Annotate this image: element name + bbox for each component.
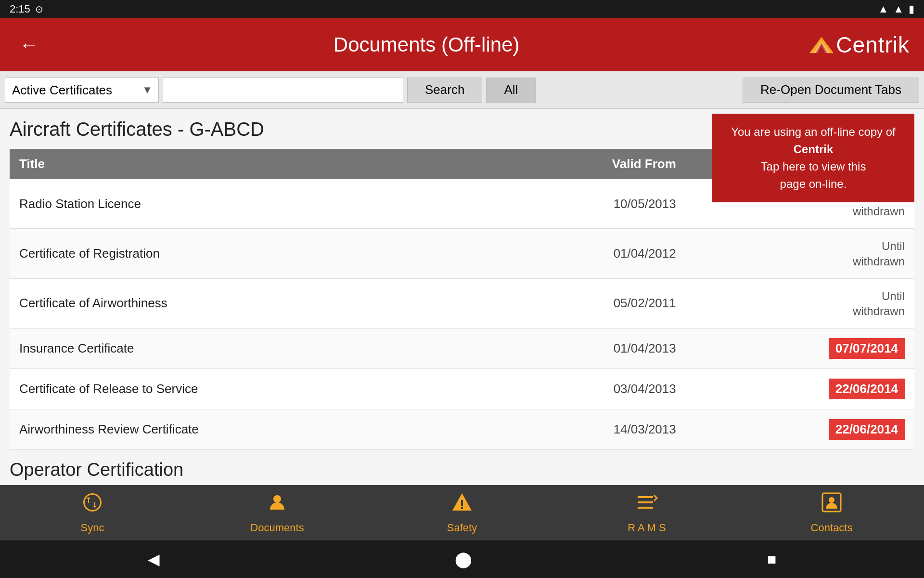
valid-thru-text: Untilwithdrawn <box>853 289 905 317</box>
android-nav-bar: ◀ ⬤ ■ <box>0 540 924 578</box>
expired-date-badge: 22/06/2014 <box>829 379 905 399</box>
android-home-button[interactable]: ⬤ <box>436 545 491 573</box>
nav-item-contacts[interactable]: Contacts <box>739 491 924 534</box>
svg-rect-8 <box>638 507 653 509</box>
nav-item-safety[interactable]: Safety <box>370 491 554 534</box>
main-content: You are using an off-line copy of Centri… <box>0 109 924 450</box>
nav-item-sync[interactable]: Sync <box>0 491 185 534</box>
all-button[interactable]: All <box>486 78 536 103</box>
cell-valid-from: 01/04/2012 <box>486 229 686 278</box>
cell-title: Airworthiness Review Certificate <box>10 409 486 450</box>
nav-item-rams[interactable]: R A M S <box>554 491 739 534</box>
documents-icon <box>266 491 288 519</box>
top-bar: ← Documents (Off-line) Centrik <box>0 18 924 71</box>
filter-dropdown[interactable]: Active CertificatesAll CertificatesExpir… <box>5 78 136 102</box>
table-row[interactable]: Certificate of Airworthiness05/02/2011Un… <box>10 278 914 328</box>
nav-label-sync: Sync <box>81 522 104 534</box>
cell-title: Radio Station Licence <box>10 179 486 229</box>
cell-valid-thru: Untilwithdrawn <box>686 229 914 278</box>
svg-point-2 <box>273 495 281 503</box>
safety-icon <box>451 491 473 519</box>
cell-valid-from: 03/04/2013 <box>486 369 686 409</box>
wifi-icon: ▲ <box>878 3 888 15</box>
status-bar: 2:15 ⊙ ▲ ▲ ▮ <box>0 0 924 18</box>
status-bar-left: 2:15 ⊙ <box>10 3 43 15</box>
offline-banner-line2: Centrik <box>726 141 901 158</box>
battery-icon: ▮ <box>909 3 914 15</box>
col-header-valid-from: Valid From <box>486 149 686 179</box>
centrik-logo: Centrik <box>809 32 910 58</box>
sync-icon <box>81 491 103 519</box>
nav-item-documents[interactable]: Documents <box>185 491 370 534</box>
cell-title: Certificate of Registration <box>10 229 486 278</box>
table-row[interactable]: Airworthiness Review Certificate14/03/20… <box>10 409 914 450</box>
nav-label-safety: Safety <box>447 522 477 534</box>
time-display: 2:15 <box>10 3 30 15</box>
android-back-button[interactable]: ◀ <box>128 545 179 573</box>
cell-valid-thru: Untilwithdrawn <box>686 278 914 328</box>
status-bar-right: ▲ ▲ ▮ <box>878 3 914 15</box>
cell-valid-thru: 22/06/2014 <box>686 369 914 409</box>
expired-date-badge: 07/07/2014 <box>829 338 905 359</box>
centrik-logo-graphic <box>809 37 834 53</box>
svg-point-10 <box>829 497 834 503</box>
cell-valid-thru: 07/07/2014 <box>686 328 914 369</box>
offline-banner[interactable]: You are using an off-line copy of Centri… <box>712 114 914 202</box>
table-row[interactable]: Certificate of Release to Service03/04/2… <box>10 369 914 409</box>
page-title: Documents (Off-line) <box>43 33 809 56</box>
nav-label-rams: R A M S <box>628 522 666 534</box>
svg-rect-5 <box>461 507 463 509</box>
cell-valid-from: 14/03/2013 <box>486 409 686 450</box>
operator-section: Operator Certification <box>0 450 924 480</box>
reopen-document-tabs-button[interactable]: Re-Open Document Tabs <box>743 78 919 103</box>
col-header-title: Title <box>10 149 486 179</box>
offline-banner-line3: Tap here to view this <box>726 158 901 175</box>
table-row[interactable]: Certificate of Registration01/04/2012Unt… <box>10 229 914 278</box>
contacts-icon <box>821 491 843 519</box>
cell-title: Insurance Certificate <box>10 328 486 369</box>
operator-section-title: Operator Certification <box>10 460 914 480</box>
back-button[interactable]: ← <box>14 29 43 61</box>
filter-dropdown-wrapper[interactable]: Active CertificatesAll CertificatesExpir… <box>5 78 159 103</box>
offline-banner-line1: You are using an off-line copy of <box>726 123 901 141</box>
svg-rect-7 <box>638 501 653 503</box>
cell-title: Certificate of Airworthiness <box>10 278 486 328</box>
android-recent-button[interactable]: ■ <box>748 546 796 573</box>
table-row[interactable]: Insurance Certificate01/04/201307/07/201… <box>10 328 914 369</box>
rams-icon <box>636 491 658 519</box>
nav-label-documents: Documents <box>250 522 304 534</box>
centrik-logo-text: Centrik <box>836 32 910 58</box>
svg-rect-4 <box>461 500 463 506</box>
search-button[interactable]: Search <box>407 78 482 103</box>
offline-banner-line4: page on-line. <box>726 175 901 193</box>
cell-title: Certificate of Release to Service <box>10 369 486 409</box>
cell-valid-thru: 22/06/2014 <box>686 409 914 450</box>
cell-valid-from: 10/05/2013 <box>486 179 686 229</box>
notification-icon: ⊙ <box>35 3 43 15</box>
cell-valid-from: 01/04/2013 <box>486 328 686 369</box>
dropdown-arrow-icon: ▼ <box>136 84 158 96</box>
cell-valid-from: 05/02/2011 <box>486 278 686 328</box>
expired-date-badge: 22/06/2014 <box>829 419 905 440</box>
valid-thru-text: Untilwithdrawn <box>853 239 905 267</box>
search-input[interactable] <box>163 78 403 103</box>
bottom-nav: Sync Documents Safety <box>0 485 924 540</box>
toolbar: Active CertificatesAll CertificatesExpir… <box>0 71 924 109</box>
nav-label-contacts: Contacts <box>811 522 853 534</box>
svg-rect-6 <box>638 496 653 498</box>
signal-icon: ▲ <box>893 3 904 15</box>
